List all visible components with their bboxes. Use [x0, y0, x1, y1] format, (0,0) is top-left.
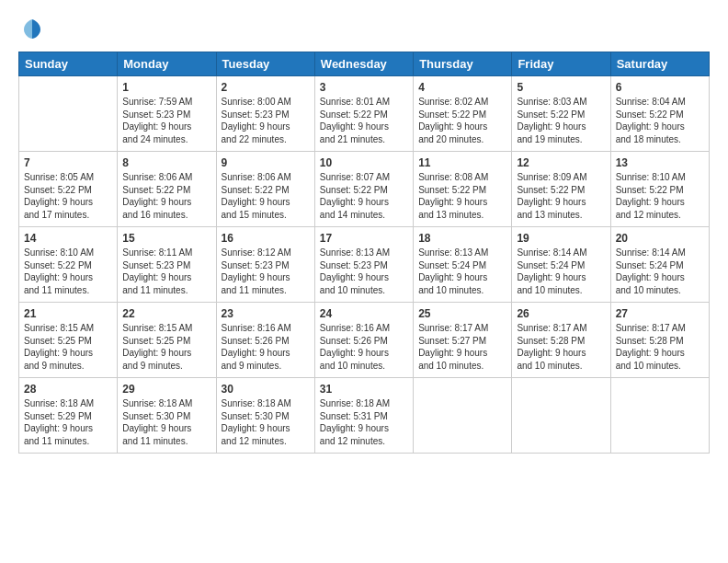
- day-cell: 10Sunrise: 8:07 AM Sunset: 5:22 PM Dayli…: [314, 152, 413, 227]
- day-number: 11: [418, 155, 506, 170]
- day-number: 27: [616, 306, 704, 321]
- day-cell: 8Sunrise: 8:06 AM Sunset: 5:22 PM Daylig…: [118, 152, 216, 227]
- day-info: Sunrise: 8:05 AM Sunset: 5:22 PM Dayligh…: [24, 171, 112, 221]
- header: [18, 15, 710, 42]
- day-number: 6: [616, 80, 704, 95]
- day-number: 13: [616, 155, 704, 170]
- day-cell: 19Sunrise: 8:14 AM Sunset: 5:24 PM Dayli…: [512, 227, 610, 303]
- day-info: Sunrise: 8:02 AM Sunset: 5:22 PM Dayligh…: [418, 96, 506, 145]
- week-row-2: 7Sunrise: 8:05 AM Sunset: 5:22 PM Daylig…: [19, 152, 710, 227]
- day-cell: 23Sunrise: 8:16 AM Sunset: 5:26 PM Dayli…: [216, 303, 314, 378]
- day-info: Sunrise: 8:06 AM Sunset: 5:22 PM Dayligh…: [122, 171, 210, 221]
- day-info: Sunrise: 8:14 AM Sunset: 5:24 PM Dayligh…: [616, 247, 704, 296]
- calendar: SundayMondayTuesdayWednesdayThursdayFrid…: [18, 52, 710, 454]
- day-cell: 18Sunrise: 8:13 AM Sunset: 5:24 PM Dayli…: [414, 227, 512, 303]
- day-info: Sunrise: 8:08 AM Sunset: 5:22 PM Dayligh…: [418, 171, 506, 221]
- day-number: 15: [122, 231, 210, 246]
- day-number: 31: [320, 382, 408, 396]
- day-cell: 11Sunrise: 8:08 AM Sunset: 5:22 PM Dayli…: [414, 152, 512, 227]
- day-info: Sunrise: 8:18 AM Sunset: 5:30 PM Dayligh…: [122, 397, 210, 447]
- day-cell: [19, 76, 118, 152]
- day-number: 20: [616, 231, 704, 246]
- day-info: Sunrise: 8:04 AM Sunset: 5:22 PM Dayligh…: [616, 96, 704, 145]
- day-cell: 29Sunrise: 8:18 AM Sunset: 5:30 PM Dayli…: [118, 378, 216, 454]
- day-cell: 22Sunrise: 8:15 AM Sunset: 5:25 PM Dayli…: [118, 303, 216, 378]
- header-row: SundayMondayTuesdayWednesdayThursdayFrid…: [19, 52, 710, 76]
- day-info: Sunrise: 8:06 AM Sunset: 5:22 PM Dayligh…: [222, 171, 310, 221]
- day-number: 2: [222, 80, 310, 95]
- day-number: 29: [122, 382, 210, 396]
- day-cell: 24Sunrise: 8:16 AM Sunset: 5:26 PM Dayli…: [314, 303, 413, 378]
- day-number: 10: [320, 155, 408, 170]
- day-cell: [512, 378, 610, 454]
- day-info: Sunrise: 8:01 AM Sunset: 5:22 PM Dayligh…: [320, 96, 408, 145]
- day-info: Sunrise: 8:09 AM Sunset: 5:22 PM Dayligh…: [517, 171, 605, 221]
- day-number: 24: [320, 306, 408, 321]
- day-cell: 21Sunrise: 8:15 AM Sunset: 5:25 PM Dayli…: [19, 303, 118, 378]
- week-row-3: 14Sunrise: 8:10 AM Sunset: 5:22 PM Dayli…: [19, 227, 710, 303]
- day-cell: 16Sunrise: 8:12 AM Sunset: 5:23 PM Dayli…: [216, 227, 314, 303]
- day-info: Sunrise: 8:14 AM Sunset: 5:24 PM Dayligh…: [517, 247, 605, 296]
- day-number: 18: [418, 231, 506, 246]
- day-info: Sunrise: 8:17 AM Sunset: 5:27 PM Dayligh…: [418, 322, 506, 372]
- day-number: 26: [517, 306, 605, 321]
- day-info: Sunrise: 8:00 AM Sunset: 5:23 PM Dayligh…: [222, 96, 310, 145]
- day-number: 7: [24, 155, 112, 170]
- logo-icon: [18, 15, 46, 42]
- day-info: Sunrise: 7:59 AM Sunset: 5:23 PM Dayligh…: [122, 96, 210, 145]
- day-info: Sunrise: 8:10 AM Sunset: 5:22 PM Dayligh…: [616, 171, 704, 221]
- day-info: Sunrise: 8:13 AM Sunset: 5:23 PM Dayligh…: [320, 247, 408, 296]
- day-info: Sunrise: 8:17 AM Sunset: 5:28 PM Dayligh…: [517, 322, 605, 372]
- day-info: Sunrise: 8:17 AM Sunset: 5:28 PM Dayligh…: [616, 322, 704, 372]
- day-number: 21: [24, 306, 112, 321]
- day-cell: [610, 378, 709, 454]
- col-header-tuesday: Tuesday: [216, 52, 314, 76]
- col-header-wednesday: Wednesday: [314, 52, 413, 76]
- day-number: 12: [517, 155, 605, 170]
- day-number: 22: [122, 306, 210, 321]
- day-number: 23: [222, 306, 310, 321]
- day-cell: 6Sunrise: 8:04 AM Sunset: 5:22 PM Daylig…: [610, 76, 709, 152]
- day-cell: 15Sunrise: 8:11 AM Sunset: 5:23 PM Dayli…: [118, 227, 216, 303]
- day-info: Sunrise: 8:16 AM Sunset: 5:26 PM Dayligh…: [320, 322, 408, 372]
- page: SundayMondayTuesdayWednesdayThursdayFrid…: [0, 0, 728, 563]
- col-header-thursday: Thursday: [414, 52, 512, 76]
- logo: [18, 15, 50, 42]
- day-number: 4: [418, 80, 506, 95]
- col-header-friday: Friday: [512, 52, 610, 76]
- day-cell: 7Sunrise: 8:05 AM Sunset: 5:22 PM Daylig…: [19, 152, 118, 227]
- day-number: 28: [24, 382, 112, 396]
- day-info: Sunrise: 8:13 AM Sunset: 5:24 PM Dayligh…: [418, 247, 506, 296]
- day-number: 16: [222, 231, 310, 246]
- day-cell: 26Sunrise: 8:17 AM Sunset: 5:28 PM Dayli…: [512, 303, 610, 378]
- day-cell: 20Sunrise: 8:14 AM Sunset: 5:24 PM Dayli…: [610, 227, 709, 303]
- day-info: Sunrise: 8:15 AM Sunset: 5:25 PM Dayligh…: [24, 322, 112, 372]
- day-cell: 25Sunrise: 8:17 AM Sunset: 5:27 PM Dayli…: [414, 303, 512, 378]
- day-info: Sunrise: 8:12 AM Sunset: 5:23 PM Dayligh…: [222, 247, 310, 296]
- day-number: 14: [24, 231, 112, 246]
- day-info: Sunrise: 8:18 AM Sunset: 5:31 PM Dayligh…: [320, 397, 408, 447]
- day-cell: 14Sunrise: 8:10 AM Sunset: 5:22 PM Dayli…: [19, 227, 118, 303]
- day-info: Sunrise: 8:07 AM Sunset: 5:22 PM Dayligh…: [320, 171, 408, 221]
- day-number: 30: [222, 382, 310, 396]
- day-number: 25: [418, 306, 506, 321]
- day-cell: [414, 378, 512, 454]
- day-number: 9: [222, 155, 310, 170]
- day-cell: 2Sunrise: 8:00 AM Sunset: 5:23 PM Daylig…: [216, 76, 314, 152]
- day-cell: 28Sunrise: 8:18 AM Sunset: 5:29 PM Dayli…: [19, 378, 118, 454]
- day-info: Sunrise: 8:11 AM Sunset: 5:23 PM Dayligh…: [122, 247, 210, 296]
- day-cell: 27Sunrise: 8:17 AM Sunset: 5:28 PM Dayli…: [610, 303, 709, 378]
- day-number: 5: [517, 80, 605, 95]
- day-info: Sunrise: 8:10 AM Sunset: 5:22 PM Dayligh…: [24, 247, 112, 296]
- day-info: Sunrise: 8:18 AM Sunset: 5:30 PM Dayligh…: [222, 397, 310, 447]
- week-row-4: 21Sunrise: 8:15 AM Sunset: 5:25 PM Dayli…: [19, 303, 710, 378]
- day-number: 1: [122, 80, 210, 95]
- day-number: 17: [320, 231, 408, 246]
- day-cell: 30Sunrise: 8:18 AM Sunset: 5:30 PM Dayli…: [216, 378, 314, 454]
- week-row-1: 1Sunrise: 7:59 AM Sunset: 5:23 PM Daylig…: [19, 76, 710, 152]
- day-cell: 4Sunrise: 8:02 AM Sunset: 5:22 PM Daylig…: [414, 76, 512, 152]
- day-cell: 17Sunrise: 8:13 AM Sunset: 5:23 PM Dayli…: [314, 227, 413, 303]
- day-cell: 3Sunrise: 8:01 AM Sunset: 5:22 PM Daylig…: [314, 76, 413, 152]
- day-number: 19: [517, 231, 605, 246]
- day-info: Sunrise: 8:18 AM Sunset: 5:29 PM Dayligh…: [24, 397, 112, 447]
